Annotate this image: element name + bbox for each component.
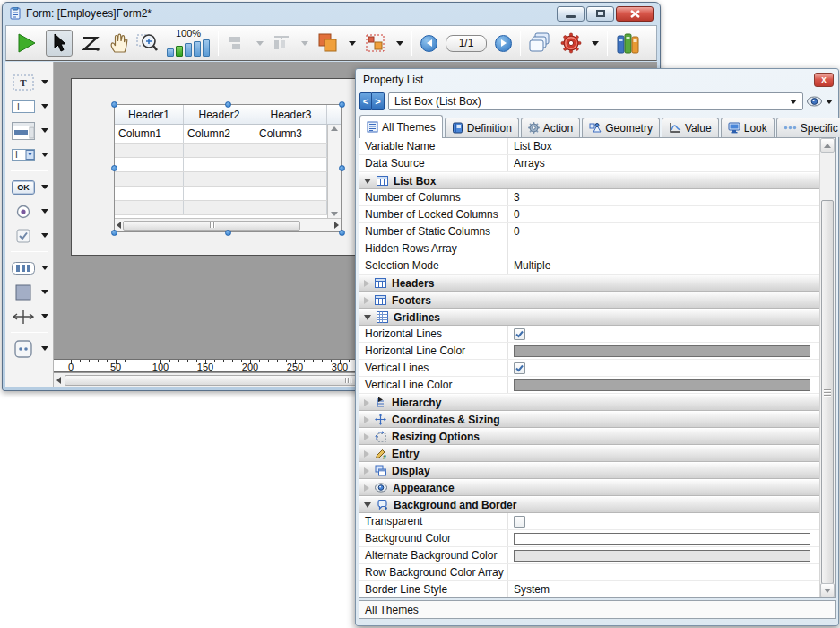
collapse-triangle-icon[interactable] bbox=[364, 179, 371, 184]
zoom-bar-1[interactable] bbox=[167, 48, 174, 57]
listbox-header-header3[interactable]: Header3 bbox=[255, 105, 327, 124]
tab-all-themes[interactable]: All Themes bbox=[359, 115, 443, 138]
color-swatch[interactable] bbox=[514, 533, 810, 545]
chevron-down-icon[interactable] bbox=[41, 185, 48, 189]
expand-triangle-icon[interactable] bbox=[364, 467, 369, 475]
scroll-right-icon[interactable] bbox=[334, 222, 339, 229]
property-section-background-and-border[interactable]: Background and Border bbox=[359, 496, 819, 513]
chevron-down-icon[interactable] bbox=[41, 153, 48, 157]
listbox-empty-row[interactable] bbox=[115, 172, 327, 187]
listbox-empty-row[interactable] bbox=[115, 201, 327, 215]
color-swatch[interactable] bbox=[514, 345, 810, 357]
scrollbar-thumb[interactable] bbox=[821, 200, 834, 584]
chevron-down-icon[interactable] bbox=[41, 314, 48, 318]
chevron-down-icon[interactable] bbox=[41, 104, 48, 109]
form-pages-button[interactable] bbox=[529, 31, 552, 55]
collapse-triangle-icon[interactable] bbox=[364, 315, 371, 320]
minimize-button[interactable] bbox=[557, 6, 585, 22]
tab-value[interactable]: Value bbox=[662, 118, 719, 137]
property-section-display[interactable]: Display bbox=[359, 462, 819, 479]
previous-page-button[interactable] bbox=[420, 35, 437, 52]
palette-tool-radio-button[interactable] bbox=[10, 199, 48, 223]
property-value[interactable]: List Box bbox=[508, 138, 819, 154]
selection-handle[interactable] bbox=[111, 230, 117, 236]
property-section-appearance[interactable]: Appearance bbox=[359, 479, 819, 496]
run-button[interactable] bbox=[14, 31, 38, 55]
expand-triangle-icon[interactable] bbox=[364, 280, 369, 287]
scroll-up-button[interactable] bbox=[820, 138, 835, 153]
property-section-resizing-options[interactable]: Resizing Options bbox=[359, 428, 819, 445]
property-row-row-background-color-array[interactable]: Row Background Color Array bbox=[359, 564, 819, 581]
property-row-background-color[interactable]: Background Color bbox=[359, 530, 819, 547]
palette-tool-input[interactable]: I bbox=[10, 94, 48, 118]
zoom-bar-5[interactable] bbox=[203, 39, 210, 57]
tab-definition[interactable]: Definition bbox=[445, 118, 519, 137]
property-value[interactable] bbox=[508, 564, 819, 580]
chevron-down-icon[interactable] bbox=[41, 80, 48, 84]
tab-specific[interactable]: Specific bbox=[776, 118, 840, 137]
zoom-tool-button[interactable] bbox=[136, 32, 159, 54]
palette-tool-button[interactable]: OK bbox=[10, 175, 48, 199]
property-value[interactable]: 0 bbox=[508, 223, 819, 240]
page-indicator[interactable]: 1/1 bbox=[446, 35, 487, 52]
layer-tool-button[interactable] bbox=[316, 32, 339, 54]
expand-triangle-icon[interactable] bbox=[364, 399, 369, 406]
zoom-bar-4[interactable] bbox=[194, 41, 201, 57]
listbox-empty-row[interactable] bbox=[115, 158, 327, 172]
property-row-selection-mode[interactable]: Selection ModeMultiple bbox=[359, 257, 819, 275]
listbox-empty-row[interactable] bbox=[115, 187, 327, 201]
palette-tool-list-box[interactable] bbox=[10, 256, 48, 280]
scroll-up-icon[interactable] bbox=[331, 126, 338, 131]
property-row-number-of-locked-columns[interactable]: Number of Locked Columns0 bbox=[359, 206, 819, 223]
layer-dropdown-icon[interactable] bbox=[349, 41, 356, 46]
next-object-button[interactable]: > bbox=[372, 92, 385, 110]
scroll-down-button[interactable] bbox=[820, 583, 835, 597]
listbox-empty-row[interactable] bbox=[115, 144, 327, 158]
close-button[interactable]: x bbox=[814, 73, 834, 87]
chevron-down-icon[interactable] bbox=[41, 209, 48, 214]
property-list-titlebar[interactable]: Property List x bbox=[359, 69, 836, 90]
preview-button[interactable] bbox=[807, 96, 835, 107]
property-value[interactable]: Arrays bbox=[508, 155, 819, 171]
settings-dropdown-icon[interactable] bbox=[592, 41, 599, 46]
property-section-hierarchy[interactable]: Hierarchy bbox=[359, 394, 819, 411]
maximize-button[interactable] bbox=[586, 6, 614, 22]
tab-action[interactable]: Action bbox=[521, 118, 580, 137]
property-row-number-of-columns[interactable]: Number of Columns3 bbox=[359, 189, 819, 206]
listbox-widget[interactable]: Header1Header2Header3 Column1Column2Colu… bbox=[114, 104, 342, 232]
collapse-triangle-icon[interactable] bbox=[364, 502, 371, 508]
property-row-number-of-static-columns[interactable]: Number of Static Columns0 bbox=[359, 223, 819, 240]
property-row-border-line-style[interactable]: Border Line StyleSystem bbox=[359, 581, 819, 597]
zoom-bar-3[interactable] bbox=[185, 43, 192, 57]
chevron-down-icon[interactable] bbox=[41, 290, 48, 294]
palette-tool-check-box[interactable] bbox=[10, 223, 48, 248]
palette-tool-splitter[interactable] bbox=[10, 304, 48, 328]
palette-tool-group-box[interactable] bbox=[10, 118, 48, 143]
property-row-horizontal-line-color[interactable]: Horizontal Line Color bbox=[359, 343, 819, 360]
checkbox-checked[interactable] bbox=[514, 362, 525, 374]
chevron-down-icon[interactable] bbox=[41, 346, 48, 351]
palette-tool-text[interactable]: T bbox=[10, 70, 48, 94]
property-section-coordinates-sizing[interactable]: Coordinates & Sizing bbox=[359, 411, 819, 428]
tab-look[interactable]: Look bbox=[721, 118, 775, 137]
property-row-data-source[interactable]: Data SourceArrays bbox=[359, 155, 819, 172]
zoom-bar-2-selected[interactable] bbox=[176, 46, 183, 57]
property-section-gridlines[interactable]: Gridlines bbox=[359, 309, 819, 326]
expand-triangle-icon[interactable] bbox=[364, 484, 369, 492]
zoom-bars[interactable] bbox=[167, 39, 210, 57]
expand-triangle-icon[interactable] bbox=[364, 433, 369, 440]
zoom-level-control[interactable]: 100% bbox=[167, 29, 210, 57]
property-section-headers[interactable]: Headers bbox=[359, 275, 819, 292]
color-swatch[interactable] bbox=[514, 550, 810, 562]
group-dropdown-icon[interactable] bbox=[396, 41, 403, 46]
scroll-left-icon[interactable] bbox=[117, 222, 121, 229]
property-section-entry[interactable]: #Entry bbox=[359, 445, 819, 462]
listbox-vertical-scrollbar[interactable] bbox=[327, 125, 341, 218]
property-row-transparent[interactable]: Transparent bbox=[359, 513, 819, 530]
selection-handle[interactable] bbox=[111, 165, 117, 171]
previous-object-button[interactable]: < bbox=[359, 92, 372, 110]
scroll-down-icon[interactable] bbox=[331, 212, 338, 216]
chevron-down-icon[interactable] bbox=[41, 266, 48, 270]
close-button[interactable] bbox=[616, 6, 654, 22]
selection-handle[interactable] bbox=[339, 101, 345, 108]
